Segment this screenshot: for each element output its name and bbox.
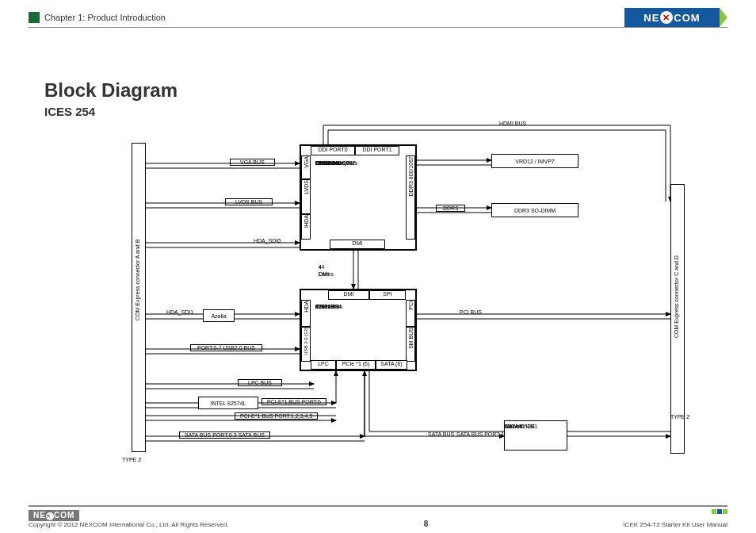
pch-lpc: LPC — [311, 360, 336, 370]
left-connector-type: TYPE 2 — [122, 457, 141, 462]
bus-lpc-label: LPC BUS — [238, 379, 282, 386]
bus-sata-r1-label: SATA BUS — [428, 431, 454, 437]
cpu-dmi: DMI — [330, 240, 385, 249]
cpu-ddr3: DDR3 800/1067 — [406, 155, 415, 240]
page-number: 8 — [424, 520, 429, 528]
chip-intel-lan: INTEL 82574L — [198, 397, 258, 409]
pch-pcie: PCIe *1 (6) — [336, 360, 376, 370]
bus-ddr3-label: DDR3 — [436, 205, 465, 212]
bus-vga-label: VGA BUS — [230, 159, 275, 166]
cpu-body-line: 22*22mm — [315, 159, 339, 167]
diagram-canvas: COM Express connector A and B TYPE 2 COM… — [0, 0, 756, 533]
bus-lvds-label: LVDS BUS — [225, 198, 273, 205]
document-name: ICEK 254-T2 Starter Kit User Manual — [623, 521, 727, 528]
footer-logo: NE✕COM — [29, 510, 229, 521]
pch-body-line: 31x31 mm — [315, 303, 342, 312]
page-footer: NE✕COM Copyright © 2012 NEXCOM Internati… — [29, 505, 727, 528]
bus-hdmi-label: HDMI BUS — [499, 121, 526, 126]
cpu-ddi1: DDI PORT1 — [355, 146, 399, 155]
chip-vrd: VRD12 / IMVP7 — [491, 154, 578, 168]
pch-sata: SATA (6) — [376, 360, 407, 370]
pch-smbus: SM BUS — [406, 327, 415, 362]
chip-sodimm: DDR3 SO-DIMM — [491, 203, 578, 217]
left-connector-label: COM Express connector A and B — [135, 194, 140, 320]
bus-sata-left-label: SATA BUS PORT:0-3 SATA BUS — [179, 431, 270, 439]
bus-hda-sdi1-label: HDA_SDI1 — [166, 309, 193, 315]
bus-pcie6-label: PCI-E*1 BUS PORT:6 — [262, 398, 326, 405]
copyright-text: Copyright © 2012 NEXCOM International Co… — [29, 521, 229, 528]
chip-sata-ide: SATA to IDE Marvell 88SA8052B1 — [504, 420, 567, 451]
cpu-ihda: iHDA — [301, 214, 311, 240]
pch-outer — [300, 289, 417, 371]
pch-dmi: DMI — [328, 290, 369, 300]
bus-sata-r2-label: SATA BUS PORT:4 — [456, 431, 504, 437]
bus-usb-label: PORT:0-7 USB2.0 BUS — [190, 344, 262, 351]
cpu-lvds: LVDS — [301, 179, 311, 214]
right-connector-type: TYPE 2 — [670, 414, 689, 420]
pch-usb: USB 2.0 (12) — [301, 327, 311, 362]
cpu-ddi0: DDI PORT0 — [311, 146, 355, 155]
pch-spi: SPI — [369, 290, 406, 300]
bus-hda-sdi0-label: HDA_SDI0 — [254, 238, 281, 243]
bus-pci-label: PCI BUS — [460, 309, 482, 315]
pch-hda: HDA — [301, 300, 311, 327]
pch-pci: PCI — [406, 300, 415, 327]
azalia-box: Azalia — [203, 309, 235, 322]
cpu-vga: VGA — [301, 155, 311, 179]
bus-pcie-sub-label: PCI-E*1 BUS PORT:1,2,3,4,5 — [235, 412, 318, 420]
right-connector-label: COM Express connector C and D — [674, 203, 679, 338]
